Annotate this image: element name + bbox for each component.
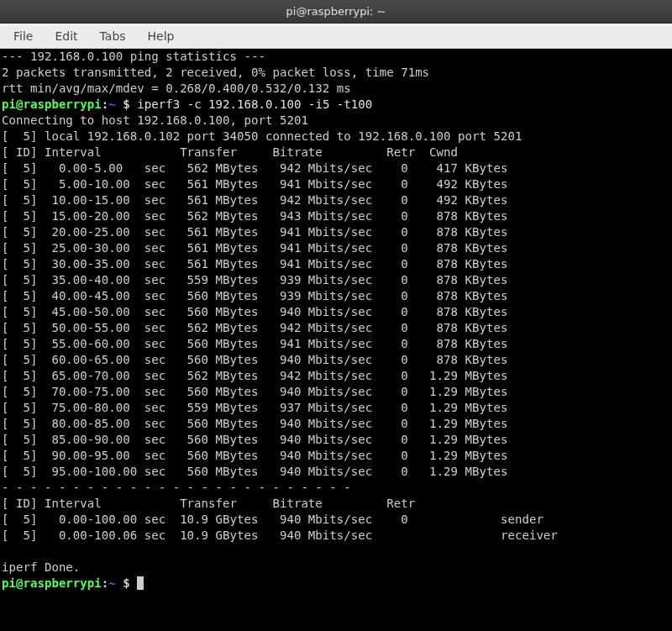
terminal-cursor	[137, 576, 144, 590]
terminal-area[interactable]: --- 192.168.0.100 ping statistics --- 2 …	[0, 49, 672, 631]
menu-file[interactable]: File	[3, 26, 43, 46]
prompt-dollar: $	[123, 576, 137, 590]
iperf-row: [ 5] 85.00-90.00 sec 560 MBytes 940 Mbit…	[2, 433, 507, 446]
iperf-row: [ 5] 25.00-30.00 sec 561 MBytes 941 Mbit…	[2, 241, 507, 255]
iperf-row: [ 5] 5.00-10.00 sec 561 MBytes 941 Mbits…	[2, 177, 507, 191]
prompt-user: pi@raspberrypi	[2, 576, 102, 590]
iperf-row: [ 5] 0.00-5.00 sec 562 MBytes 942 Mbits/…	[2, 161, 507, 175]
iperf-header: [ ID] Interval Transfer Bitrate Retr Cwn…	[2, 145, 458, 159]
iperf-row: [ 5] 10.00-15.00 sec 561 MBytes 942 Mbit…	[2, 193, 507, 207]
iperf-row: [ 5] 40.00-45.00 sec 560 MBytes 939 Mbit…	[2, 289, 507, 302]
connect-line: Connecting to host 192.168.0.100, port 5…	[2, 113, 308, 127]
iperf-row: [ 5] 15.00-20.00 sec 562 MBytes 943 Mbit…	[2, 209, 507, 223]
window-titlebar: pi@raspberrypi: ~	[0, 0, 672, 24]
prompt-dollar: $	[123, 97, 137, 111]
ping-stats-line-1: 2 packets transmitted, 2 received, 0% pa…	[2, 66, 429, 79]
ping-stats-line-0: --- 192.168.0.100 ping statistics ---	[2, 50, 265, 63]
iperf-row: [ 5] 55.00-60.00 sec 560 MBytes 941 Mbit…	[2, 337, 507, 350]
menu-edit[interactable]: Edit	[45, 26, 87, 46]
iperf-row: [ 5] 80.00-85.00 sec 560 MBytes 940 Mbit…	[2, 417, 507, 430]
iperf-row: [ 5] 90.00-95.00 sec 560 MBytes 940 Mbit…	[2, 449, 507, 462]
menu-help[interactable]: Help	[138, 26, 185, 46]
iperf-done: iperf Done.	[2, 560, 80, 574]
window-title: pi@raspberrypi: ~	[286, 5, 386, 18]
local-line: [ 5] local 192.168.0.102 port 34050 conn…	[2, 129, 522, 143]
iperf-row: [ 5] 20.00-25.00 sec 561 MBytes 941 Mbit…	[2, 225, 507, 239]
iperf-row: [ 5] 45.00-50.00 sec 560 MBytes 940 Mbit…	[2, 305, 507, 318]
menu-tabs[interactable]: Tabs	[90, 26, 136, 46]
iperf-row: [ 5] 65.00-70.00 sec 562 MBytes 942 Mbit…	[2, 369, 507, 382]
iperf-row: [ 5] 50.00-55.00 sec 562 MBytes 942 Mbit…	[2, 321, 507, 334]
prompt-path: ~	[108, 576, 123, 590]
iperf-row: [ 5] 95.00-100.00 sec 560 MBytes 940 Mbi…	[2, 465, 507, 478]
iperf-row: [ 5] 35.00-40.00 sec 559 MBytes 939 Mbit…	[2, 273, 507, 287]
prompt-path: ~	[108, 97, 123, 111]
menubar: File Edit Tabs Help	[0, 24, 672, 49]
iperf-row: [ 5] 60.00-65.00 sec 560 MBytes 940 Mbit…	[2, 353, 507, 366]
iperf-divider: - - - - - - - - - - - - - - - - - - - - …	[2, 481, 351, 494]
ping-stats-line-2: rtt min/avg/max/mdev = 0.268/0.400/0.532…	[2, 82, 351, 95]
iperf-summary-header: [ ID] Interval Transfer Bitrate Retr	[2, 497, 415, 510]
prompt-user: pi@raspberrypi	[2, 97, 102, 111]
iperf-summary-row: [ 5] 0.00-100.06 sec 10.9 GBytes 940 Mbi…	[2, 528, 558, 542]
iperf-summary-row: [ 5] 0.00-100.00 sec 10.9 GBytes 940 Mbi…	[2, 513, 543, 526]
iperf-row: [ 5] 30.00-35.00 sec 561 MBytes 941 Mbit…	[2, 257, 507, 271]
command-iperf: iperf3 -c 192.168.0.100 -i5 -t100	[137, 97, 372, 111]
iperf-row: [ 5] 75.00-80.00 sec 559 MBytes 937 Mbit…	[2, 401, 507, 414]
iperf-row: [ 5] 70.00-75.00 sec 560 MBytes 940 Mbit…	[2, 385, 507, 398]
